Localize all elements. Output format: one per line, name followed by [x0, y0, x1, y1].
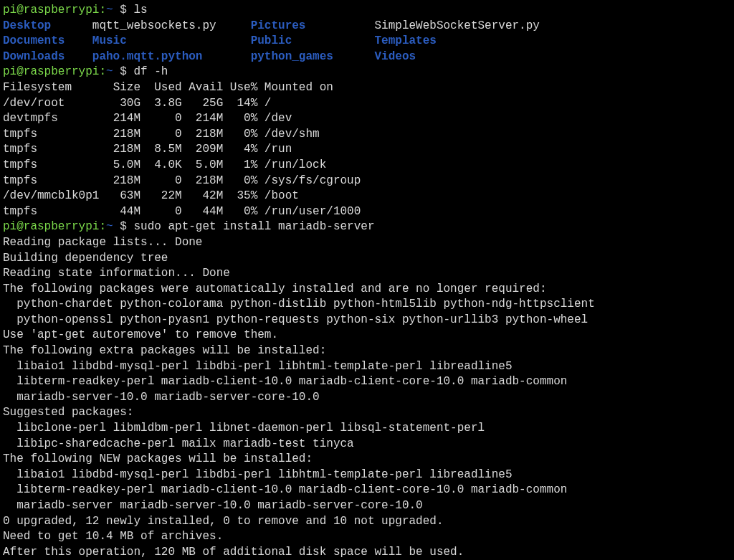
ls-col: Documents: [3, 34, 79, 49]
command-line-df: pi@raspberrypi:~ $ df -h: [3, 65, 731, 80]
apt-output-line: After this operation, 120 MB of addition…: [3, 545, 731, 560]
df-output-line: tmpfs 218M 0 218M 0% /sys/fs/cgroup: [3, 174, 731, 189]
df-output-line: devtmpfs 214M 0 214M 0% /dev: [3, 111, 731, 127]
df-output-line: /dev/mmcblk0p1 63M 22M 42M 35% /boot: [3, 189, 731, 204]
df-output-line: tmpfs 218M 0 218M 0% /dev/shm: [3, 127, 731, 143]
command-line-ls: pi@raspberrypi:~ $ ls: [3, 3, 731, 19]
apt-output-line: Need to get 10.4 MB of archives.: [3, 529, 731, 545]
apt-output-line: libipc-sharedcache-perl mailx mariadb-te…: [3, 437, 731, 452]
df-output-line: tmpfs 218M 8.5M 209M 4% /run: [3, 142, 731, 158]
ls-output-row: Documents Music Public Templates: [3, 34, 731, 49]
ls-output-row: Downloads paho.mqtt.python python_games …: [3, 49, 731, 65]
df-output-line: Filesystem Size Used Avail Use% Mounted …: [3, 80, 731, 96]
df-output-line: tmpfs 5.0M 4.0K 5.0M 1% /run/lock: [3, 158, 731, 174]
apt-output-line: Suggested packages:: [3, 405, 731, 421]
prompt-user-host: pi@raspberrypi: [3, 4, 99, 16]
prompt-user-host: pi@raspberrypi: [3, 220, 99, 233]
ls-col: Public: [251, 34, 361, 49]
df-output-line: /dev/root 30G 3.8G 25G 14% /: [3, 96, 731, 112]
ls-col: Videos: [374, 49, 416, 65]
prompt-user-host: pi@raspberrypi: [3, 65, 99, 78]
apt-output-line: Use 'apt-get autoremove' to remove them.: [3, 328, 731, 343]
apt-output-line: python-openssl python-pyasn1 python-requ…: [3, 313, 731, 328]
ls-col: Music: [92, 34, 237, 49]
df-output-line: tmpfs 44M 0 44M 0% /run/user/1000: [3, 204, 731, 220]
ls-col: mqtt_websockets.py: [92, 19, 237, 34]
prompt-path: ~: [106, 65, 120, 78]
prompt-symbol: $: [120, 220, 133, 233]
apt-output-line: The following NEW packages will be insta…: [3, 452, 731, 468]
ls-col: Desktop: [3, 19, 79, 34]
apt-output-line: Reading package lists... Done: [3, 235, 731, 251]
apt-output-line: mariadb-server-10.0 mariadb-server-core-…: [3, 390, 731, 406]
apt-output-line: The following packages were automaticall…: [3, 282, 731, 298]
ls-output-row: Desktop mqtt_websockets.py Pictures Simp…: [3, 19, 731, 34]
ls-col: Downloads: [3, 49, 79, 65]
apt-output-line: The following extra packages will be ins…: [3, 343, 731, 359]
apt-output-line: Reading state information... Done: [3, 266, 731, 282]
command-line-apt: pi@raspberrypi:~ $ sudo apt-get install …: [3, 219, 731, 235]
apt-output-line: libaio1 libdbd-mysql-perl libdbi-perl li…: [3, 468, 731, 483]
apt-output-line: python-chardet python-colorama python-di…: [3, 297, 731, 313]
terminal-output[interactable]: pi@raspberrypi:~ $ lsDesktop mqtt_websoc…: [0, 0, 734, 560]
prompt-path: ~: [106, 4, 120, 16]
apt-output-line: 0 upgraded, 12 newly installed, 0 to rem…: [3, 514, 731, 530]
ls-col: python_games: [251, 49, 361, 65]
prompt-sep: :: [99, 220, 106, 233]
command-text: sudo apt-get install mariadb-server: [133, 220, 374, 233]
apt-output-line: mariadb-server mariadb-server-10.0 maria…: [3, 498, 731, 514]
prompt-path: ~: [106, 220, 120, 233]
ls-col: SimpleWebSocketServer.py: [374, 19, 539, 34]
apt-output-line: libterm-readkey-perl mariadb-client-10.0…: [3, 374, 731, 390]
prompt-symbol: $: [120, 4, 133, 16]
apt-output-line: libaio1 libdbd-mysql-perl libdbi-perl li…: [3, 359, 731, 375]
ls-col: Templates: [374, 34, 436, 49]
command-text: df -h: [133, 65, 168, 78]
apt-output-line: Building dependency tree: [3, 251, 731, 267]
prompt-sep: :: [99, 4, 106, 16]
ls-col: paho.mqtt.python: [92, 49, 237, 65]
ls-col: Pictures: [251, 19, 361, 34]
apt-output-line: libterm-readkey-perl mariadb-client-10.0…: [3, 483, 731, 498]
prompt-symbol: $: [120, 65, 133, 78]
command-text: ls: [133, 4, 147, 16]
apt-output-line: libclone-perl libmldbm-perl libnet-daemo…: [3, 421, 731, 437]
prompt-sep: :: [99, 65, 106, 78]
